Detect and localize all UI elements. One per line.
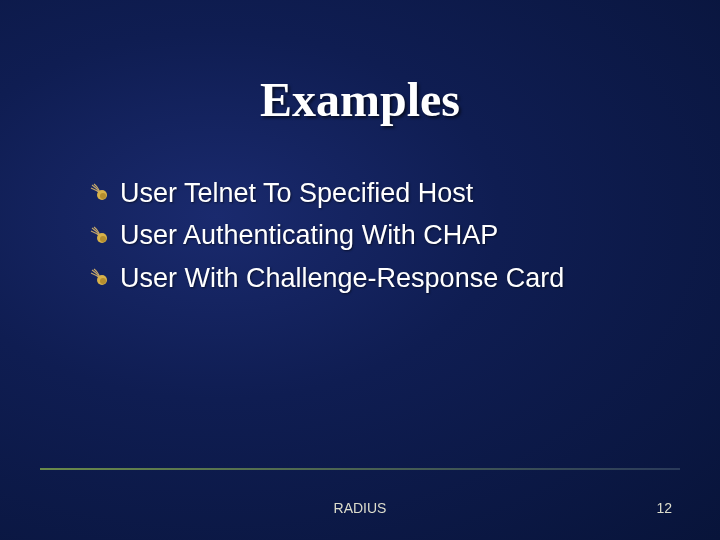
comet-icon: [90, 268, 110, 288]
comet-icon: [90, 183, 110, 203]
bullet-text: User Authenticating With CHAP: [120, 217, 498, 253]
list-item: User Authenticating With CHAP: [90, 217, 680, 253]
bullet-text: User With Challenge-Response Card: [120, 260, 564, 296]
slide-title: Examples: [0, 72, 720, 127]
page-number: 12: [656, 500, 672, 516]
list-item: User With Challenge-Response Card: [90, 260, 680, 296]
footer-divider: [40, 468, 680, 470]
list-item: User Telnet To Specified Host: [90, 175, 680, 211]
bullet-list: User Telnet To Specified Host User Authe…: [90, 175, 680, 302]
svg-point-3: [100, 236, 106, 242]
footer-label: RADIUS: [0, 500, 720, 516]
comet-icon: [90, 226, 110, 246]
svg-point-1: [100, 193, 106, 199]
svg-point-5: [100, 278, 106, 284]
slide: Examples User Telnet To Specified Host: [0, 0, 720, 540]
bullet-text: User Telnet To Specified Host: [120, 175, 473, 211]
